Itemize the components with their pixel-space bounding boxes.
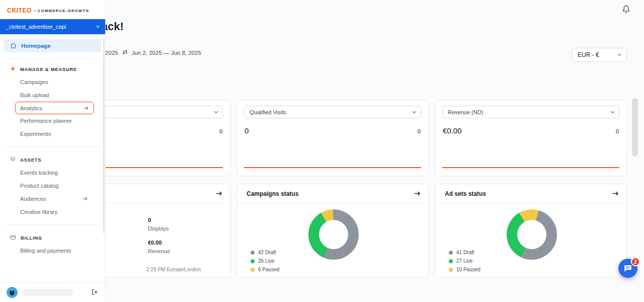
sidebar-item-experiments[interactable]: Experiments [4,127,101,140]
arrow-right-icon [83,105,89,111]
metric-select-2[interactable]: Qualified Visits [244,106,421,118]
adsets-status-card: Ad sets status 41 Draft 27 Live [435,184,627,277]
spark-icon [10,66,16,72]
metric-select-3[interactable]: Revenue (ND) [442,106,619,118]
sidebar-item-bulk-upload[interactable]: Bulk upload [4,89,101,102]
sidebar-item-product-catalog[interactable]: Product catalog [4,179,101,192]
chevron-down-icon [214,109,218,113]
advertiser-selector[interactable]: _ctotest_advertiser_capi [0,19,105,34]
metric-card-3: Revenue (ND) €0.00 0 [435,100,627,176]
metric-value: €0.00 [443,126,462,135]
arrow-right-icon[interactable] [414,190,421,197]
chevron-down-icon [413,109,416,113]
legend-item: 6 Paused [251,265,279,274]
divider [4,58,101,59]
sidebar-item-homepage[interactable]: Homepage [4,39,101,52]
metric-secondary-value: 0 [616,128,619,134]
legend-item: 41 Draft [449,248,480,257]
sparkline-baseline [244,167,421,168]
metric-select-label: Revenue (ND) [448,109,483,115]
legend-dot [251,259,255,263]
logo-criteo: CRITEO [7,7,32,14]
legend-item: 26 Live [251,257,279,265]
campaigns-status-donut [308,209,359,260]
legend-item: 27 Live [449,257,480,265]
sidebar-item-analytics[interactable]: Analytics [15,102,94,114]
arrow-right-icon[interactable] [612,190,619,197]
legend-dot [449,268,453,272]
activity-stats: 0 Displays €0.00 Revenue [148,216,170,261]
metric-card-2: Qualified Visits 0 0 [236,100,429,176]
metric-select-label: Qualified Visits [250,109,286,115]
compare-swap-icon [122,49,128,56]
adsets-status-donut [507,209,557,260]
campaigns-status-card: Campaigns status 42 Draft 26 Live [236,184,429,277]
chevron-down-icon [611,109,614,113]
sidebar-item-campaigns[interactable]: Campaigns [4,76,101,89]
section-assets: ASSETS [4,157,101,163]
chevron-down-icon [96,24,100,28]
legend-dot [251,251,255,255]
user-avatar[interactable] [7,287,18,298]
sidebar-scrollbar-thumb[interactable] [103,38,105,234]
legend: 42 Draft 26 Live 6 Paused [251,248,279,274]
section-manage-measure: MANAGE & MEASURE [4,66,101,72]
sidebar-item-creative-library[interactable]: Creative library [4,205,101,218]
sidebar-nav: Homepage MANAGE & MEASURE Campaigns Bulk… [0,34,105,257]
arrow-right-icon[interactable] [215,190,223,197]
stat-label: Displays [148,224,170,233]
sidebar-item-billing-payments[interactable]: Billing and payments [4,244,101,257]
legend: 41 Draft 27 Live 10 Paused [449,248,480,274]
advertiser-name: _ctotest_advertiser_capi [6,24,66,30]
divider [4,146,101,147]
metric-secondary-value: 0 [219,128,222,134]
last-update-timestamp: 2:29 PM Europe/London [146,267,201,272]
stat-value: €0.00 [148,239,170,247]
screen: Welcome back! May 26, 2025 — Jun 1, 2025… [0,0,644,302]
section-billing: BILLING [4,235,101,241]
sidebar-item-audiences[interactable]: Audiences [4,192,101,205]
redacted-username [23,289,73,296]
stat-value: 0 [148,216,170,224]
legend-item: 42 Draft [251,248,279,257]
chevron-down-icon [618,52,621,56]
home-icon [10,42,17,50]
sidebar-footer [0,282,105,302]
date-range-current: Jun 2, 2025 — Jun 8, 2025 [132,50,201,56]
currency-value: EUR - € [578,51,599,58]
layers-icon [10,157,16,163]
app-logo: CRITEO // COMMERCE-GROWTH [0,0,105,19]
chat-unread-badge: 2 [631,257,640,266]
legend-dot [449,251,453,255]
notifications-bell-icon[interactable] [622,5,630,16]
card-title: Ad sets status [445,190,486,197]
sidebar-item-performance-planner[interactable]: Performance planner [4,114,101,127]
logo-commerce-growth: COMMERCE-GROWTH [38,9,89,13]
divider [4,224,101,225]
card-title: Campaigns status [247,190,298,197]
legend-dot [251,268,255,272]
sidebar: CRITEO // COMMERCE-GROWTH _ctotest_adver… [0,0,106,302]
sidebar-item-events-tracking[interactable]: Events tracking [4,166,101,179]
sign-out-icon[interactable] [91,288,99,296]
stat-label: Revenue [148,247,170,256]
credit-card-icon [10,235,16,241]
page-scrollbar-thumb[interactable] [632,98,638,157]
sparkline-baseline [442,167,619,168]
metric-value: 0 [245,126,249,135]
legend-dot [449,259,453,263]
arrow-right-icon [82,196,88,202]
metric-secondary-value: 0 [418,128,421,134]
currency-selector[interactable]: EUR - € [572,48,627,62]
legend-item: 10 Paused [449,265,480,274]
